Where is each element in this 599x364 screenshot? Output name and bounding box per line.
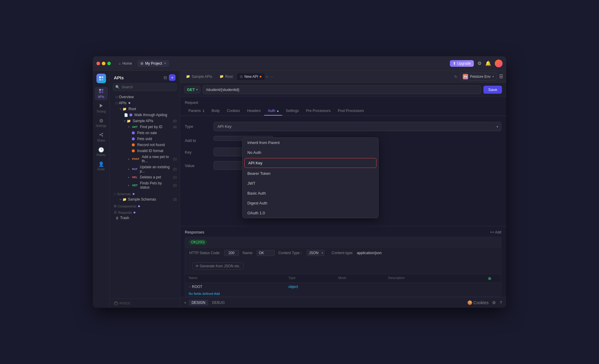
tree-sample-apis-folder[interactable]: ▾ 📁 Sample APIs (5)	[110, 118, 180, 124]
bottom-help-icon[interactable]: ?	[500, 300, 502, 305]
content-type-select[interactable]: JSON XML Text	[307, 250, 324, 256]
tab-pre-processors[interactable]: Pre Processors	[302, 107, 334, 116]
filter-icon[interactable]: ⊟	[164, 75, 167, 80]
save-button[interactable]: Save	[483, 86, 502, 94]
auth-option-no-auth[interactable]: No Auth	[243, 148, 378, 157]
share-icon	[99, 132, 104, 138]
settings-icon[interactable]: ⚙	[477, 60, 482, 66]
collapse-sidebar-button[interactable]: «	[184, 301, 186, 305]
sidebar-item-testing[interactable]: Testing	[95, 101, 108, 115]
unsaved-dot	[260, 76, 261, 78]
design-tab[interactable]: DESIGN	[189, 300, 208, 306]
auth-type-dropdown[interactable]: API Key ▾ Inherit from Parent No Auth AP…	[214, 122, 501, 131]
tab-root[interactable]: 📁 Root	[217, 73, 236, 80]
tree-delete-pet[interactable]: ▸ DEL Deletes a pet (1)	[110, 174, 180, 180]
tree-requests-section[interactable]: ☰ Requests	[110, 209, 180, 215]
schema-root-label: ROOT	[192, 285, 202, 289]
tab-auth[interactable]: Auth	[264, 107, 282, 116]
settings-label: Settings	[96, 124, 106, 128]
requests-icon: ☰	[114, 210, 117, 214]
tree-find-pets-status[interactable]: ▸ GET Finds Pets by status (2)	[110, 180, 180, 190]
add-field-button[interactable]: ⊕	[488, 276, 497, 281]
auth-option-jwt[interactable]: JWT	[243, 178, 378, 188]
auth-option-digest[interactable]: Digest Auth	[243, 198, 378, 208]
auth-type-select[interactable]: API Key	[214, 122, 501, 131]
status-purple-icon2	[132, 137, 135, 140]
sidebar-item-apis[interactable]: APIs	[95, 87, 108, 100]
request-tabs: Params 1 Body Cookies Headers Auth Sett	[180, 107, 506, 116]
tab-headers[interactable]: Headers	[243, 107, 264, 116]
main-layout: APIs Testing ⚙ Settings	[93, 71, 506, 308]
refresh-button[interactable]: ↻	[454, 74, 458, 79]
content-type-select-wrapper[interactable]: JSON XML Text ▾	[307, 250, 324, 256]
tab-post-processors[interactable]: Post Processors	[334, 107, 367, 116]
tree-walk-through[interactable]: 📄 Walk through Apidog	[110, 112, 180, 118]
tab-body[interactable]: Body	[208, 107, 223, 116]
sidebar-item-invite[interactable]: 👤 Invite	[95, 160, 108, 173]
requests-dot	[134, 212, 135, 213]
upgrade-button[interactable]: ⬆ Upgrade	[450, 60, 474, 67]
tree-pets-sold[interactable]: Pets sold	[110, 136, 180, 142]
auth-option-oauth[interactable]: OAuth 1.0	[243, 208, 378, 218]
more-tabs-button[interactable]: ···	[270, 74, 273, 79]
sidebar-item-history[interactable]: 🕐 History	[95, 145, 108, 158]
notifications-icon[interactable]: 🔔	[485, 60, 491, 66]
minimize-button[interactable]	[102, 62, 105, 65]
tree-sample-schemas[interactable]: ▸ 📁 Sample Schemas (3)	[110, 196, 180, 202]
http-status-input[interactable]	[224, 250, 239, 256]
svg-point-9	[102, 133, 103, 134]
maximize-button[interactable]	[107, 62, 111, 65]
sidebar-item-settings[interactable]: ⚙ Settings	[95, 116, 108, 129]
add-field-link[interactable]: Add	[214, 292, 220, 295]
tab-settings[interactable]: Settings	[282, 107, 302, 116]
tree-update-pet[interactable]: ▸ PUT Update an existing p... (2)	[110, 164, 180, 174]
tree-add-pet[interactable]: ▸ POST Add a new pet to th... (1)	[110, 154, 180, 164]
sidebar-item-share[interactable]: Share	[95, 131, 108, 144]
tree-record-not-found[interactable]: Record not found	[110, 142, 180, 148]
env-selector[interactable]: Pe Petstore Env ▾	[460, 73, 497, 81]
add-tab-button[interactable]: +	[266, 74, 268, 79]
tree-invalid-id-format[interactable]: Invalid ID format	[110, 148, 180, 154]
add-api-button[interactable]: +	[169, 74, 176, 81]
tab-my-project[interactable]: ◎ My Project ✕	[137, 60, 170, 67]
tab-sample-apis[interactable]: 📁 Sample APIs	[183, 73, 215, 80]
avatar[interactable]	[495, 60, 503, 67]
tree-apis-section[interactable]: □ APIs	[110, 100, 180, 106]
generate-button[interactable]: ⟳ Generate from JSON etc.	[192, 263, 243, 270]
chevron-down-icon: ▾	[128, 125, 130, 128]
tree-find-pet-by-id[interactable]: ▾ GET Find pet by ID (4)	[110, 124, 180, 130]
auth-option-bearer[interactable]: Bearer Token	[243, 169, 378, 178]
search-input[interactable]	[122, 85, 174, 89]
auth-option-inherit[interactable]: Inherit from Parent	[243, 138, 378, 148]
bottom-bar: « DESIGN DEBUG 🍪 Cookies ⚙ ?	[180, 297, 506, 308]
tree-pets-on-sale[interactable]: Pets on sale	[110, 130, 180, 136]
tree-overview[interactable]: □ Overview	[110, 94, 180, 100]
tab-cookies[interactable]: Cookies	[223, 107, 243, 116]
tab-close-icon[interactable]: ✕	[164, 62, 166, 65]
auth-option-basic[interactable]: Basic Auth	[243, 188, 378, 198]
titlebar: ⌂ Home ◎ My Project ✕ ⬆ Upgrade ⚙ 🔔	[93, 56, 506, 71]
status-orange-icon	[132, 143, 135, 146]
tab-params[interactable]: Params 1	[185, 107, 208, 116]
bottom-settings-icon[interactable]: ⚙	[492, 300, 496, 305]
tree-root-folder[interactable]: ▾ 📁 Root	[110, 106, 180, 112]
collapse-icon[interactable]: −	[189, 285, 191, 289]
close-button[interactable]	[96, 62, 100, 65]
svg-point-14	[114, 301, 118, 305]
tree-trash[interactable]: 🗑 Trash	[110, 215, 180, 221]
svg-rect-7	[102, 91, 103, 93]
url-input[interactable]	[203, 85, 481, 94]
chevron-down-icon: ▾	[120, 107, 121, 110]
method-selector[interactable]: GET ▾	[184, 86, 200, 93]
tab-new-api[interactable]: ◎ New API	[237, 73, 264, 80]
debug-tab[interactable]: DEBUG	[209, 300, 228, 306]
cookies-button[interactable]: 🍪 Cookies	[467, 300, 489, 305]
auth-option-api-key[interactable]: API Key	[244, 158, 376, 168]
tree-schemas-section[interactable]: □ Schemas	[110, 190, 180, 196]
add-response-button[interactable]: + + Add	[490, 230, 501, 234]
tree-components-section[interactable]: ⊞ Components	[110, 202, 180, 209]
name-input[interactable]	[257, 250, 275, 256]
add-to-label: Add to	[185, 136, 209, 143]
sidebar-toggle-icon[interactable]: ☰	[499, 74, 503, 79]
tab-home[interactable]: ⌂ Home	[116, 60, 135, 67]
